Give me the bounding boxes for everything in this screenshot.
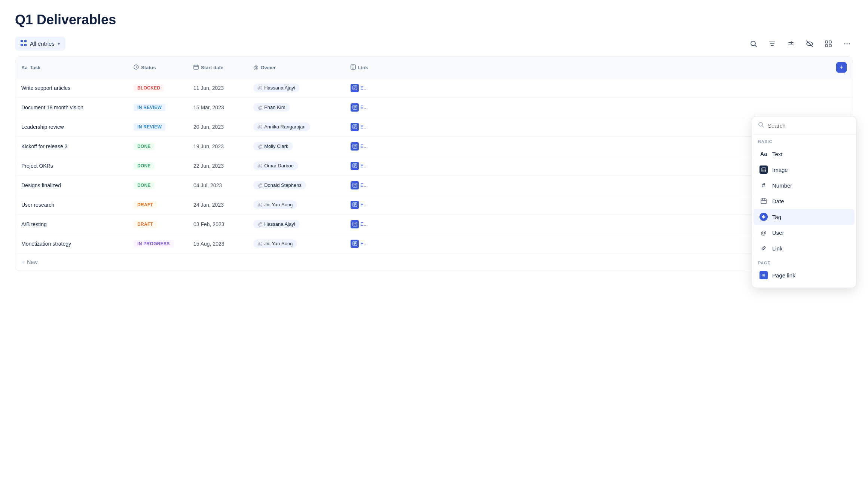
table-row: Designs finalized DONE 04 Jul, 2023 @Don…: [15, 176, 853, 195]
add-new-button[interactable]: + New: [21, 259, 37, 265]
svg-rect-13: [825, 41, 828, 43]
link-icon-box: [351, 220, 359, 228]
dropdown-image-label: Image: [772, 167, 788, 173]
status-badge: IN REVIEW: [134, 123, 165, 131]
link-label: E...: [360, 241, 368, 246]
startdate-cell: 20 Jun, 2023: [187, 117, 247, 137]
sort-button[interactable]: [785, 38, 797, 50]
owner-tag: @Molly Clark: [253, 142, 293, 151]
dropdown-text-label: Text: [772, 151, 783, 157]
owner-tag: @Jie Yan Song: [253, 200, 297, 209]
link-icon-box: [351, 162, 359, 170]
svg-point-18: [847, 43, 848, 44]
startdate-cell: 03 Feb, 2023: [187, 215, 247, 234]
status-badge: DONE: [134, 182, 155, 189]
text-icon: Aa: [21, 65, 28, 70]
status-cell: DONE: [128, 156, 187, 176]
svg-rect-15: [825, 45, 828, 47]
task-cell: A/B testing: [15, 215, 128, 234]
startdate-cell: 24 Jan, 2023: [187, 195, 247, 215]
add-new-cell: + New: [15, 253, 853, 271]
table-row: A/B testing DRAFT 03 Feb, 2023 @Hassana …: [15, 215, 853, 234]
image-type-icon: [760, 166, 768, 174]
clock-icon: [134, 64, 139, 71]
dropdown-item-tag[interactable]: Tag: [754, 209, 855, 225]
add-new-label: New: [27, 259, 37, 265]
task-cell: Write support articles: [15, 78, 128, 98]
number-type-icon: #: [760, 181, 768, 189]
view-toggle-button[interactable]: [822, 38, 834, 50]
owner-cell: @Hassana Ajayi: [247, 215, 345, 234]
link-label: E...: [360, 182, 368, 188]
dropdown-search-input[interactable]: [768, 122, 850, 129]
startdate-cell: 15 Aug, 2023: [187, 234, 247, 253]
svg-point-19: [849, 43, 850, 44]
svg-line-5: [755, 45, 757, 47]
link-label: E...: [360, 202, 368, 207]
dropdown-item-link[interactable]: Link: [754, 240, 855, 256]
date-type-icon: [760, 197, 768, 205]
status-badge: DRAFT: [134, 201, 157, 209]
more-options-button[interactable]: [841, 38, 853, 50]
table-header-row: Aa Task Status: [15, 57, 853, 78]
all-entries-button[interactable]: All entries ▾: [15, 37, 65, 51]
chevron-down-icon: ▾: [58, 41, 60, 46]
table-row: Write support articles BLOCKED 11 Jun, 2…: [15, 78, 853, 98]
svg-rect-21: [194, 65, 198, 69]
all-entries-label: All entries: [30, 40, 55, 47]
svg-rect-3: [24, 44, 27, 46]
owner-cell: @Jie Yan Song: [247, 195, 345, 215]
svg-point-68: [762, 168, 763, 169]
col-header-status[interactable]: Status: [128, 57, 187, 78]
task-cell: User research: [15, 195, 128, 215]
dropdown-item-text[interactable]: Aa Text: [754, 146, 855, 162]
dropdown-item-number[interactable]: # Number: [754, 177, 855, 193]
status-cell: IN REVIEW: [128, 98, 187, 117]
dropdown-page-label: PAGE: [752, 256, 856, 267]
col-header-owner[interactable]: @ Owner: [247, 57, 345, 78]
hide-button[interactable]: [804, 38, 816, 50]
status-badge: IN PROGRESS: [134, 240, 174, 248]
link-cell: E...: [345, 98, 853, 117]
svg-rect-67: [762, 168, 766, 172]
task-cell: Leadership review: [15, 117, 128, 137]
tag-type-icon: [760, 213, 768, 221]
link-icon-box: [351, 201, 359, 209]
plus-icon: +: [21, 259, 25, 265]
filter-button[interactable]: [766, 38, 778, 50]
svg-point-17: [844, 43, 846, 44]
at-icon: @: [253, 64, 259, 70]
task-cell: Project OKRs: [15, 156, 128, 176]
owner-cell: @Omar Darboe: [247, 156, 345, 176]
dropdown-item-page-link[interactable]: ≡ Page link: [754, 267, 855, 283]
owner-tag: @Omar Darboe: [253, 161, 298, 170]
svg-rect-2: [21, 44, 23, 46]
link-label: E...: [360, 143, 368, 149]
link-col-icon: [351, 64, 356, 71]
status-badge: DONE: [134, 143, 155, 150]
task-cell: Document 18 month vision: [15, 98, 128, 117]
status-badge: IN REVIEW: [134, 104, 165, 111]
col-header-link[interactable]: Link +: [345, 57, 853, 78]
search-button[interactable]: [748, 38, 760, 50]
dropdown-item-date[interactable]: Date: [754, 193, 855, 209]
calendar-icon: [193, 64, 199, 71]
toolbar: All entries ▾: [15, 37, 853, 51]
startdate-cell: 11 Jun, 2023: [187, 78, 247, 98]
dropdown-item-user[interactable]: @ User: [754, 225, 855, 240]
startdate-cell: 15 Mar, 2023: [187, 98, 247, 117]
startdate-cell: 19 Jun, 2023: [187, 137, 247, 156]
owner-cell: @Annika Rangarajan: [247, 117, 345, 137]
owner-tag: @Phan Kim: [253, 103, 290, 112]
add-column-button[interactable]: +: [836, 62, 847, 73]
svg-point-73: [764, 216, 765, 216]
owner-cell: @Molly Clark: [247, 137, 345, 156]
startdate-cell: 22 Jun, 2023: [187, 156, 247, 176]
table-row: Kickoff for release 3 DONE 19 Jun, 2023 …: [15, 137, 853, 156]
dropdown-user-label: User: [772, 230, 784, 236]
dropdown-link-label: Link: [772, 245, 783, 252]
col-header-startdate[interactable]: Start date: [187, 57, 247, 78]
link-type-icon: [760, 244, 768, 252]
dropdown-item-image[interactable]: Image: [754, 162, 855, 177]
col-header-task[interactable]: Aa Task: [15, 57, 128, 78]
